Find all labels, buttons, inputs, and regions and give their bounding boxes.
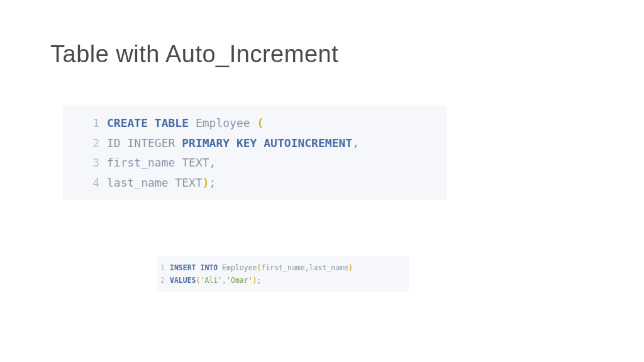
- code-line: 3 first_name TEXT,: [63, 153, 447, 173]
- code-block-insert: 1 INSERT INTO Employee(first_name,last_n…: [157, 256, 409, 292]
- code-content: VALUES('Ali','Omar');: [170, 274, 261, 287]
- code-block-create-table: 1 CREATE TABLE Employee ( 2 ID INTEGER P…: [63, 106, 447, 200]
- code-line: 1 INSERT INTO Employee(first_name,last_n…: [157, 261, 409, 274]
- code-line: 2 ID INTEGER PRIMARY KEY AUTOINCREMENT,: [63, 133, 447, 153]
- line-number: 1: [63, 113, 107, 133]
- line-number: 1: [157, 261, 170, 274]
- code-line: 4 last_name TEXT);: [63, 173, 447, 193]
- slide: Table with Auto_Increment 1 CREATE TABLE…: [0, 0, 644, 332]
- code-line: 1 CREATE TABLE Employee (: [63, 113, 447, 133]
- line-number: 4: [63, 173, 107, 193]
- line-number: 2: [157, 274, 170, 287]
- code-content: INSERT INTO Employee(first_name,last_nam…: [170, 261, 353, 274]
- code-line: 2 VALUES('Ali','Omar');: [157, 274, 409, 287]
- code-content: ID INTEGER PRIMARY KEY AUTOINCREMENT,: [107, 133, 359, 153]
- code-content: CREATE TABLE Employee (: [107, 113, 264, 133]
- line-number: 2: [63, 133, 107, 153]
- line-number: 3: [63, 153, 107, 173]
- code-content: first_name TEXT,: [107, 153, 216, 173]
- slide-title: Table with Auto_Increment: [50, 41, 594, 68]
- code-content: last_name TEXT);: [107, 173, 216, 193]
